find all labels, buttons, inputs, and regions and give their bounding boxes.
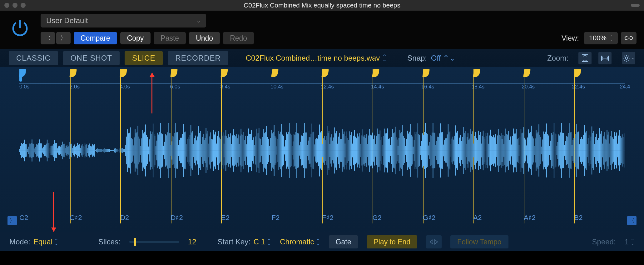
tab-slice[interactable]: SLICE	[125, 51, 163, 65]
stepper-icon: ⌃⌄	[631, 239, 635, 245]
view-percent-value: 100%	[589, 34, 607, 42]
tab-recorder[interactable]: RECORDER	[168, 51, 228, 65]
svg-point-0	[625, 57, 628, 59]
slice-marker[interactable]	[322, 69, 328, 77]
stepper-icon: ⌃⌄	[316, 239, 320, 245]
note-label: C2	[19, 214, 28, 222]
minimize-window[interactable]	[12, 3, 17, 8]
power-button[interactable]	[7, 16, 32, 41]
slices-slider[interactable]	[129, 241, 179, 243]
ruler-tick: 8.4s	[220, 84, 230, 90]
snap-label: Snap:	[407, 54, 427, 62]
speed-value[interactable]: 1 ⌃⌄	[625, 238, 635, 246]
startkey-label: Start Key:	[217, 238, 250, 246]
chevron-down-icon: ⌵	[197, 17, 201, 24]
note-label: G♯2	[423, 214, 435, 222]
mode-label: Mode:	[9, 238, 30, 246]
slice-marker[interactable]	[473, 69, 480, 77]
ruler-tick: 6.0s	[170, 84, 180, 90]
file-name: C02Flux Combined…time no beeps.wav	[246, 54, 380, 62]
preset-menu[interactable]: User Default ⌵	[41, 14, 206, 28]
mode-value: Equal	[33, 238, 52, 246]
zoom-horizontal-button[interactable]	[598, 52, 612, 64]
ruler-tick: 24.4	[620, 84, 630, 90]
file-name-menu[interactable]: C02Flux Combined…time no beeps.wav ⌃⌄	[246, 54, 387, 62]
slice-marker[interactable]	[120, 69, 126, 77]
scale-menu[interactable]: Chromatic ⌃⌄	[280, 238, 320, 246]
slice-marker[interactable]	[19, 69, 26, 77]
scroll-left-button[interactable]: 〉	[7, 216, 17, 225]
window-handle	[631, 4, 640, 7]
waveform-display[interactable]	[19, 94, 625, 207]
slices-label: Slices:	[98, 238, 121, 246]
prev-preset-button[interactable]: 〈	[41, 32, 55, 44]
note-label: A2	[473, 214, 482, 222]
stepper-icon: ⌃⌄	[610, 36, 613, 41]
slice-marker[interactable]	[272, 69, 278, 77]
gate-button[interactable]: Gate	[329, 235, 358, 248]
note-label: A♯2	[524, 214, 536, 222]
note-label: D2	[120, 214, 129, 222]
slices-value: 12	[188, 238, 196, 246]
stepper-icon: ⌃⌄	[382, 55, 387, 61]
snap-value: Off	[431, 54, 441, 62]
view-label: View:	[562, 34, 579, 42]
ruler-tick: 12.4s	[321, 84, 334, 90]
note-label: G2	[373, 214, 382, 222]
midline	[19, 151, 625, 151]
slice-marker[interactable]	[221, 69, 227, 77]
slice-marker[interactable]	[171, 69, 177, 77]
annotation-arrow	[151, 73, 152, 113]
slice-marker[interactable]	[70, 69, 76, 77]
copy-button[interactable]: Copy	[120, 32, 151, 44]
redo-button[interactable]: Redo	[223, 32, 254, 44]
slice-marker[interactable]	[373, 69, 379, 77]
ruler-tick: 4.0s	[120, 84, 130, 90]
note-label: D♯2	[171, 214, 183, 222]
note-label: E2	[221, 214, 230, 222]
link-button[interactable]	[621, 32, 637, 44]
scale-value: Chromatic	[280, 238, 314, 246]
waveform-area[interactable]: 0.0s 2.0s 4.0s 6.0s 8.4s 10.4s 12.4s 14.…	[0, 67, 644, 232]
chevron-down-icon: ⌄	[632, 56, 635, 60]
startkey-value: C 1	[254, 238, 265, 246]
slice-marker[interactable]	[524, 69, 530, 77]
window-title: C02Flux Combined Mix equally spaced time…	[244, 2, 400, 9]
ruler-tick: 10.4s	[270, 84, 284, 90]
note-label: C♯2	[70, 214, 82, 222]
stepper-icon: ⌃⌄	[443, 54, 455, 62]
startkey-menu[interactable]: C 1 ⌃⌄	[254, 238, 271, 246]
close-window[interactable]	[4, 3, 9, 8]
settings-gear-button[interactable]: ⌄	[622, 52, 635, 64]
stepper-icon: ⌃⌄	[54, 239, 58, 245]
snap-control[interactable]: Snap: Off ⌃⌄	[407, 54, 455, 62]
play-to-end-button[interactable]: Play to End	[367, 235, 417, 248]
undo-button[interactable]: Undo	[189, 32, 220, 44]
note-label: F2	[272, 214, 280, 222]
mode-menu[interactable]: Equal ⌃⌄	[33, 238, 58, 246]
next-preset-button[interactable]: 〉	[56, 32, 71, 44]
ruler-tick: 0.0s	[19, 84, 29, 90]
note-strip: C2C♯2D2D♯2E2F2F♯2G2G♯2A2A♯2B2	[19, 214, 625, 228]
follow-tempo-button[interactable]: Follow Tempo	[450, 235, 508, 248]
paste-button[interactable]: Paste	[154, 32, 186, 44]
reverse-button[interactable]	[426, 235, 442, 248]
speed-label: Speed:	[592, 238, 616, 246]
scroll-right-button[interactable]: 〈	[627, 216, 637, 225]
zoom-window[interactable]	[21, 3, 26, 8]
slice-marker[interactable]	[574, 69, 581, 77]
preset-name: User Default	[46, 16, 88, 25]
note-label: F♯2	[322, 214, 334, 222]
ruler-tick: 2.0s	[70, 84, 80, 90]
view-percent[interactable]: 100% ⌃⌄	[584, 32, 618, 44]
compare-button[interactable]: Compare	[74, 32, 117, 44]
slice-marker[interactable]	[423, 69, 429, 77]
zoom-label: Zoom:	[547, 54, 568, 62]
tab-one-shot[interactable]: ONE SHOT	[63, 51, 120, 65]
stepper-icon: ⌃⌄	[267, 239, 271, 245]
tab-classic[interactable]: CLASSIC	[9, 51, 58, 65]
zoom-vertical-button[interactable]	[578, 52, 592, 64]
note-label: B2	[574, 214, 583, 222]
